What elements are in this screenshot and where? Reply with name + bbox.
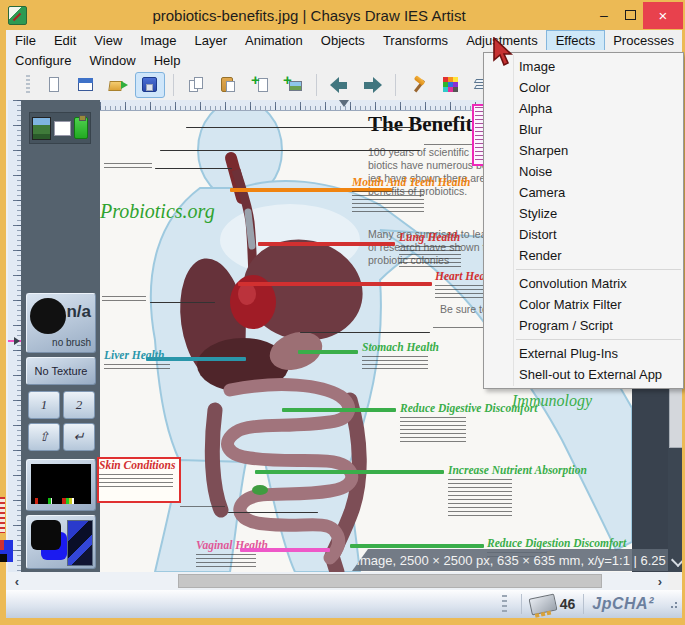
- scroll-right-arrow[interactable]: ›: [658, 574, 662, 589]
- quick-button-2[interactable]: 2: [63, 391, 95, 419]
- tool-sidebar: n/a no brush No Texture 12⇧↵: [21, 100, 100, 572]
- paste-button[interactable]: [214, 72, 244, 98]
- menu-edit[interactable]: Edit: [45, 31, 85, 50]
- effects-menu-item-noise[interactable]: Noise: [484, 161, 683, 182]
- menu-objects[interactable]: Objects: [312, 31, 374, 50]
- new-file-button[interactable]: [39, 72, 69, 98]
- effects-menu-item-camera[interactable]: Camera: [484, 182, 683, 203]
- horizontal-scrollbar[interactable]: ‹ ›: [6, 572, 668, 590]
- resize-grip-icon[interactable]: [668, 599, 678, 609]
- back-arrow-button[interactable]: [325, 72, 355, 98]
- copy-icon: [187, 76, 207, 94]
- toolbar-grip[interactable]: [26, 75, 30, 95]
- effects-menu-item-stylize[interactable]: Stylize: [484, 203, 683, 224]
- paste-icon: [219, 76, 239, 94]
- app-window: probiotics-benefits.jpg | Chasys Draw IE…: [0, 0, 685, 625]
- titlebar: probiotics-benefits.jpg | Chasys Draw IE…: [0, 0, 685, 30]
- menu-animation[interactable]: Animation: [236, 31, 312, 50]
- back-arrow-icon: [330, 76, 350, 94]
- quick-button-1[interactable]: 1: [28, 391, 60, 419]
- menu-separator: [516, 269, 681, 270]
- edge-fragment: [0, 540, 13, 562]
- menu-file[interactable]: File: [6, 31, 45, 50]
- layer-thumbnail-photo[interactable]: [32, 117, 51, 140]
- brush-panel[interactable]: n/a no brush: [26, 293, 96, 353]
- menu-view[interactable]: View: [85, 31, 131, 50]
- effects-menu-item-external-plug-ins[interactable]: External Plug-Ins: [484, 343, 683, 364]
- toolbar-separator: [173, 74, 174, 96]
- tools-hammer-button[interactable]: [404, 72, 434, 98]
- window-border-bottom: [0, 618, 685, 625]
- resource-counter: 46: [560, 596, 576, 612]
- vertical-ruler: [8, 100, 22, 572]
- app-icon: [8, 6, 27, 25]
- horizontal-scrollbar-thumb[interactable]: [178, 574, 602, 588]
- layer-thumbnails[interactable]: [29, 112, 91, 144]
- add-image-icon: [283, 76, 303, 94]
- color-palette-icon: [441, 76, 461, 94]
- open-folder-button[interactable]: [103, 72, 133, 98]
- layer-thumbnail-blank[interactable]: [54, 121, 71, 136]
- new-file-icon: [44, 76, 64, 94]
- brush-name: no brush: [52, 337, 91, 348]
- quick-button-3[interactable]: ⇧: [28, 423, 60, 451]
- chip-icon: [528, 593, 557, 615]
- effects-menu-item-color-matrix-filter[interactable]: Color Matrix Filter: [484, 294, 683, 315]
- menu-processes[interactable]: Processes: [604, 31, 683, 50]
- texture-button[interactable]: No Texture: [26, 357, 96, 385]
- add-image-button[interactable]: [278, 72, 308, 98]
- menu-configure[interactable]: Configure: [6, 51, 80, 70]
- color-swatch-panel: [26, 515, 96, 569]
- effects-menu-item-color[interactable]: Color: [484, 77, 683, 98]
- effects-menu-item-alpha[interactable]: Alpha: [484, 98, 683, 119]
- menu-transforms[interactable]: Transforms: [374, 31, 457, 50]
- maximize-button[interactable]: [617, 2, 643, 28]
- histogram-panel[interactable]: [26, 459, 96, 511]
- foreground-color-swatch[interactable]: [31, 520, 61, 550]
- effects-menu-item-render[interactable]: Render: [484, 245, 683, 266]
- quick-buttons-panel: 12⇧↵: [26, 389, 96, 455]
- effects-dropdown-menu: ImageColorAlphaBlurSharpenNoiseCameraSty…: [483, 52, 684, 389]
- menu-separator: [516, 339, 681, 340]
- brush-size-value: n/a: [66, 302, 91, 322]
- status-bar: Flat Image, 2500 × 2500 px, 635 × 635 mm…: [352, 549, 668, 571]
- bottombar-grip[interactable]: [502, 595, 507, 613]
- effects-menu-item-blur[interactable]: Blur: [484, 119, 683, 140]
- quick-button-4[interactable]: ↵: [63, 423, 95, 451]
- window-border-left: [0, 30, 6, 625]
- histogram-display: [31, 464, 91, 504]
- maximize-icon: [625, 10, 636, 20]
- clipboard-icon[interactable]: [74, 117, 88, 139]
- save-button[interactable]: [135, 72, 165, 98]
- ruler-marker-horizontal: [339, 100, 349, 107]
- toolbar-separator: [316, 74, 317, 96]
- tools-hammer-icon: [409, 76, 429, 94]
- menu-window[interactable]: Window: [80, 51, 144, 70]
- effects-menu-item-shell-out-to-external-app[interactable]: Shell-out to External App: [484, 364, 683, 385]
- gradient-swatch[interactable]: [67, 520, 93, 566]
- scroll-left-arrow[interactable]: ‹: [6, 574, 28, 589]
- minimize-button[interactable]: –: [591, 2, 617, 28]
- effects-menu-item-sharpen[interactable]: Sharpen: [484, 140, 683, 161]
- menu-effects[interactable]: Effects: [547, 31, 605, 50]
- mouse-cursor-icon: [492, 37, 514, 67]
- close-button[interactable]: ×: [643, 2, 683, 29]
- menu-layer[interactable]: Layer: [185, 31, 236, 50]
- jpcha-logo: JpCHA²: [592, 595, 654, 613]
- add-layer-button[interactable]: [246, 72, 276, 98]
- open-folder-icon: [108, 76, 128, 94]
- effects-menu-item-program-script[interactable]: Program / Script: [484, 315, 683, 336]
- add-layer-icon: [251, 76, 271, 94]
- effects-menu-item-distort[interactable]: Distort: [484, 224, 683, 245]
- effects-menu-item-convolution-matrix[interactable]: Convolution Matrix: [484, 273, 683, 294]
- edge-fragment: [0, 497, 5, 533]
- menu-help[interactable]: Help: [145, 51, 190, 70]
- menu-image[interactable]: Image: [131, 31, 185, 50]
- copy-button[interactable]: [182, 72, 212, 98]
- new-window-button[interactable]: [71, 72, 101, 98]
- color-palette-button[interactable]: [436, 72, 466, 98]
- new-window-icon: [76, 76, 96, 94]
- forward-arrow-button[interactable]: [357, 72, 387, 98]
- brush-preview-icon: [30, 298, 66, 334]
- window-title: probiotics-benefits.jpg | Chasys Draw IE…: [27, 7, 591, 24]
